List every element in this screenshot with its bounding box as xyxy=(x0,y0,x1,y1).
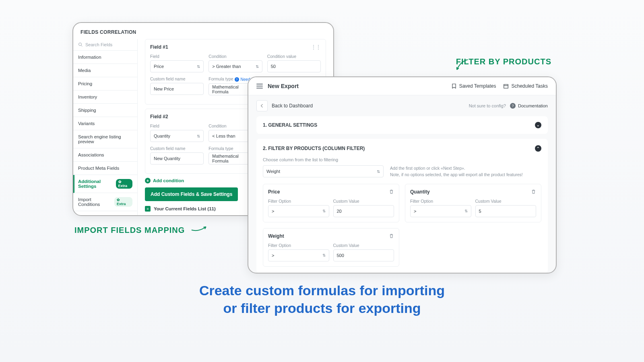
sidebar-item-product-meta-fields[interactable]: Product Meta Fields xyxy=(73,162,137,175)
extra-badge: ✿ Extra xyxy=(114,197,132,207)
filter-card-quantity: Quantity Filter Option>⇅ Custom Value5 xyxy=(405,184,541,222)
sidebar-item-variants[interactable]: Variants xyxy=(73,117,137,130)
filter-option-select[interactable]: >⇅ xyxy=(268,205,329,217)
chevron-up-icon[interactable]: ⌃ xyxy=(535,145,541,152)
sidebar-item-pricing[interactable]: Pricing xyxy=(73,77,137,90)
filter-products-section: 2. FILTER BY PRODUCTS (COLUMN FILTER) ⌃ … xyxy=(256,139,548,273)
arrow-icon xyxy=(190,222,208,234)
section-title: 2. FILTER BY PRODUCTS (COLUMN FILTER) xyxy=(263,146,365,151)
sidebar-item-associations[interactable]: Associations xyxy=(73,148,137,162)
trash-icon[interactable] xyxy=(389,189,394,194)
filter-option-select[interactable]: >⇅ xyxy=(268,249,329,261)
panel-title: FIELDS CORRELATION xyxy=(73,29,333,39)
custom-value-input[interactable]: 500 xyxy=(333,249,394,261)
filter-card-weight: Weight Filter Option>⇅ Custom Value500 xyxy=(263,228,399,267)
export-subbar: Back to Dashboard Not sure to config? ?D… xyxy=(248,95,556,116)
filter-option-select[interactable]: >⇅ xyxy=(410,205,471,217)
page-title: New Export xyxy=(268,83,299,89)
calendar-icon xyxy=(503,83,509,89)
back-button[interactable] xyxy=(256,100,268,111)
help-icon: ? xyxy=(510,103,516,109)
menu-icon[interactable] xyxy=(256,84,263,88)
filter-column-select[interactable]: Weight⇅ xyxy=(263,165,384,177)
fields-sidebar: Search Fields InformationMediaPricingInv… xyxy=(73,39,138,216)
back-label: Back to Dashboard xyxy=(272,103,313,109)
custom-name-input[interactable]: New Quantity xyxy=(150,152,204,165)
plus-icon: + xyxy=(145,178,151,183)
export-topbar: New Export Saved Templates Scheduled Tas… xyxy=(248,77,556,95)
custom-name-input[interactable]: New Price xyxy=(150,83,204,95)
extra-badge: ✿ Extra xyxy=(116,179,132,189)
sidebar-item-information[interactable]: Information xyxy=(73,51,137,64)
custom-value-input[interactable]: 5 xyxy=(475,205,537,217)
field-block-title: Field #1 xyxy=(150,44,168,50)
arrow-left-icon xyxy=(260,103,264,108)
new-badge: ✿ New xyxy=(116,215,132,216)
condition-value-input[interactable]: 50 xyxy=(267,60,321,72)
marketing-tagline: Create custom formulas for importing or … xyxy=(0,282,644,317)
custom-value-input[interactable]: 20 xyxy=(333,205,394,217)
bookmark-icon xyxy=(451,83,457,89)
drag-handle-icon[interactable]: ⋮⋮ xyxy=(311,44,321,50)
filter-hint: Add the first option or click «Next Step… xyxy=(390,165,523,178)
chevron-down-icon: ⌄ xyxy=(535,122,541,128)
sidebar-item-additional-settings[interactable]: Additional Settings✿ Extra xyxy=(73,175,137,193)
field-select[interactable]: Price⇅ xyxy=(150,60,204,72)
svg-line-1 xyxy=(81,45,83,47)
svg-rect-4 xyxy=(504,84,508,88)
save-settings-button[interactable]: Add Custom Fields & Save Settings xyxy=(145,187,238,201)
filter-card-price: Price Filter Option>⇅ Custom Value20 xyxy=(263,184,399,222)
sidebar-item-icecat[interactable]: Icecat✿ New xyxy=(73,211,137,216)
sidebar-item-import-conditions[interactable]: Import Conditions✿ Extra xyxy=(73,193,137,211)
scheduled-tasks-link[interactable]: Scheduled Tasks xyxy=(503,83,548,89)
sidebar-item-shipping[interactable]: Shipping xyxy=(73,104,137,117)
condition-select[interactable]: > Greater than⇅ xyxy=(208,60,262,72)
svg-point-0 xyxy=(79,43,82,46)
trash-icon[interactable] xyxy=(389,233,394,239)
search-icon xyxy=(78,42,83,47)
sidebar-item-search-engine-listing-preview[interactable]: Search engine listing preview xyxy=(73,130,137,148)
general-settings-accordion[interactable]: 1. GENERAL SETTINGS ⌄ xyxy=(256,116,548,134)
field-block-title: Field #2 xyxy=(150,114,168,119)
search-fields-input[interactable]: Search Fields xyxy=(73,39,137,51)
list-icon: ≡ xyxy=(145,206,151,212)
field-select[interactable]: Quantity⇅ xyxy=(150,130,204,142)
sidebar-item-media[interactable]: Media xyxy=(73,64,137,77)
callout-import-fields: IMPORT FIELDS MAPPING xyxy=(74,226,185,235)
new-export-panel: New Export Saved Templates Scheduled Tas… xyxy=(248,76,557,274)
trash-icon[interactable] xyxy=(531,189,536,194)
saved-templates-link[interactable]: Saved Templates xyxy=(451,83,496,89)
sidebar-item-inventory[interactable]: Inventory xyxy=(73,90,137,104)
documentation-link[interactable]: ?Documentation xyxy=(510,103,548,109)
